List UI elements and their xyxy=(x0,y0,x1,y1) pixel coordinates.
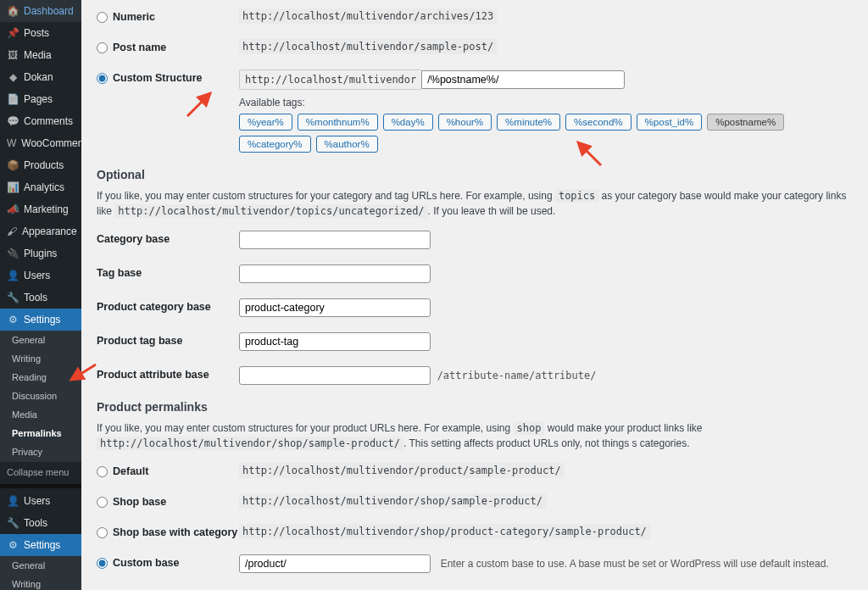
product-tag-base-label: Product tag base xyxy=(97,332,239,347)
radio-custom-structure[interactable] xyxy=(97,73,108,84)
submenu-item-media[interactable]: Media xyxy=(0,405,81,424)
custom-prefix: http://localhost/multivendor xyxy=(239,70,421,90)
menu-icon: 🔧 xyxy=(7,517,19,529)
sidebar-item-settings[interactable]: ⚙Settings xyxy=(0,309,81,331)
menu-icon: 🏠 xyxy=(7,5,19,17)
menu-icon: 🔌 xyxy=(7,248,19,259)
numeric-label: Numeric xyxy=(113,11,155,23)
sidebar-item-comments[interactable]: 💬Comments xyxy=(0,110,81,132)
submenu-item-permalinks[interactable]: Permalinks xyxy=(0,424,81,442)
sidebar-item-plugins[interactable]: 🔌Plugins xyxy=(0,242,81,264)
menu-icon: 📦 xyxy=(7,159,19,171)
menu-icon: 📌 xyxy=(7,27,19,39)
sidebar-item-settings[interactable]: ⚙Settings xyxy=(0,534,81,556)
collapse-menu[interactable]: Collapse menu xyxy=(0,461,81,482)
sidebar-item-media[interactable]: 🖼Media xyxy=(0,44,81,66)
optional-description: If you like, you may enter custom struct… xyxy=(97,188,853,219)
radio-numeric[interactable] xyxy=(97,12,108,23)
sidebar-item-tools[interactable]: 🔧Tools xyxy=(0,287,81,309)
menu-icon: 👤 xyxy=(7,495,19,507)
menu-icon: ⚙ xyxy=(7,539,19,551)
menu-icon: 📄 xyxy=(7,93,19,105)
sidebar-item-woocommerce[interactable]: WWooCommerce xyxy=(0,132,81,154)
custom-base-input[interactable] xyxy=(239,554,431,573)
menu-icon: ◆ xyxy=(7,71,19,83)
permalink-tags: %year%%monthnum%%day%%hour%%minute%%seco… xyxy=(239,114,853,153)
product-permalink-shop-option[interactable]: Shop base xyxy=(97,493,239,508)
sidebar-item-pages[interactable]: 📄Pages xyxy=(0,88,81,110)
permalink-tag-author[interactable]: %author% xyxy=(316,136,378,153)
postname-example: http://localhost/multivendor/sample-post… xyxy=(239,39,497,54)
product-permalinks-description: If you like, you may enter custom struct… xyxy=(97,420,853,451)
permalink-numeric-option[interactable]: Numeric xyxy=(97,8,239,23)
product-permalink-default-option[interactable]: Default xyxy=(97,463,239,477)
custom-base-hint: Enter a custom base to use. A base must … xyxy=(441,558,829,570)
permalink-tag-year[interactable]: %year% xyxy=(239,114,292,131)
sidebar-item-appearance[interactable]: 🖌Appearance xyxy=(0,220,81,242)
menu-icon: 🖌 xyxy=(7,225,17,237)
permalink-tag-postname[interactable]: %postname% xyxy=(707,114,784,131)
tag-base-input[interactable] xyxy=(239,264,431,283)
submenu-item-general[interactable]: General xyxy=(0,556,81,575)
submenu-item-writing[interactable]: Writing xyxy=(0,349,81,368)
sidebar-item-analytics[interactable]: 📊Analytics xyxy=(0,176,81,198)
menu-separator xyxy=(0,484,81,488)
sidebar-item-dashboard[interactable]: 🏠Dashboard xyxy=(0,0,81,22)
main-content: Numeric http://localhost/multivendor/arc… xyxy=(81,0,868,590)
default-example: http://localhost/multivendor/product/sam… xyxy=(239,463,565,478)
radio-custom-base[interactable] xyxy=(97,558,108,569)
product-attribute-base-label: Product attribute base xyxy=(97,366,239,381)
submenu-item-writing[interactable]: Writing xyxy=(0,575,81,590)
permalink-postname-option[interactable]: Post name xyxy=(97,39,239,53)
numeric-example: http://localhost/multivendor/archives/12… xyxy=(239,8,497,24)
product-category-base-input[interactable] xyxy=(239,298,431,317)
menu-icon: W xyxy=(7,137,16,149)
radio-postname[interactable] xyxy=(97,42,108,53)
menu-icon: 📊 xyxy=(7,181,19,193)
permalink-tag-post_id[interactable]: %post_id% xyxy=(637,114,703,131)
menu-icon: 📣 xyxy=(7,203,19,215)
permalink-tag-hour[interactable]: %hour% xyxy=(438,114,492,131)
sidebar-item-marketing[interactable]: 📣Marketing xyxy=(0,198,81,220)
category-base-label: Category base xyxy=(97,231,239,245)
permalink-custom-option[interactable]: Custom Structure xyxy=(97,70,239,84)
tag-base-label: Tag base xyxy=(97,264,239,279)
menu-icon: 🖼 xyxy=(7,49,19,61)
radio-default[interactable] xyxy=(97,466,108,477)
radio-shop-base[interactable] xyxy=(97,497,108,508)
available-tags-label: Available tags: xyxy=(239,97,853,109)
radio-shop-base-category[interactable] xyxy=(97,527,108,538)
attribute-suffix: /attribute-name/attribute/ xyxy=(437,370,597,381)
product-permalink-custom-option[interactable]: Custom base xyxy=(97,554,239,569)
product-permalink-shop-cat-option[interactable]: Shop base with category xyxy=(97,524,239,538)
sidebar-item-posts[interactable]: 📌Posts xyxy=(0,22,81,44)
shop-cat-example: http://localhost/multivendor/shop/produc… xyxy=(239,524,650,539)
menu-icon: ⚙ xyxy=(7,314,19,326)
product-attribute-base-input[interactable] xyxy=(239,366,431,385)
category-base-input[interactable] xyxy=(239,231,431,249)
sidebar-item-users[interactable]: 👤Users xyxy=(0,264,81,287)
custom-structure-label: Custom Structure xyxy=(113,72,203,84)
product-permalinks-heading: Product permalinks xyxy=(97,400,853,414)
shop-example: http://localhost/multivendor/shop/sample… xyxy=(239,493,546,509)
permalink-tag-minute[interactable]: %minute% xyxy=(497,114,560,131)
submenu-item-reading[interactable]: Reading xyxy=(0,368,81,387)
permalink-tag-second[interactable]: %second% xyxy=(565,114,632,131)
sidebar-item-products[interactable]: 📦Products xyxy=(0,154,81,176)
custom-structure-input[interactable] xyxy=(421,70,625,89)
admin-sidebar: 🏠Dashboard📌Posts🖼Media◆Dokan📄Pages💬Comme… xyxy=(0,0,81,590)
submenu-item-privacy[interactable]: Privacy xyxy=(0,442,81,461)
menu-icon: 💬 xyxy=(7,115,19,127)
settings-submenu: GeneralWritingReadingDiscussionMediaPerm… xyxy=(0,331,81,461)
submenu-item-discussion[interactable]: Discussion xyxy=(0,387,81,405)
sidebar-item-tools[interactable]: 🔧Tools xyxy=(0,512,81,534)
product-tag-base-input[interactable] xyxy=(239,332,431,351)
submenu-item-general[interactable]: General xyxy=(0,331,81,349)
permalink-tag-day[interactable]: %day% xyxy=(383,114,433,131)
permalink-tag-monthnum[interactable]: %monthnum% xyxy=(298,114,378,131)
product-category-base-label: Product category base xyxy=(97,298,239,313)
postname-label: Post name xyxy=(113,42,166,53)
sidebar-item-users[interactable]: 👤Users xyxy=(0,490,81,512)
permalink-tag-category[interactable]: %category% xyxy=(239,136,311,153)
sidebar-item-dokan[interactable]: ◆Dokan xyxy=(0,66,81,88)
